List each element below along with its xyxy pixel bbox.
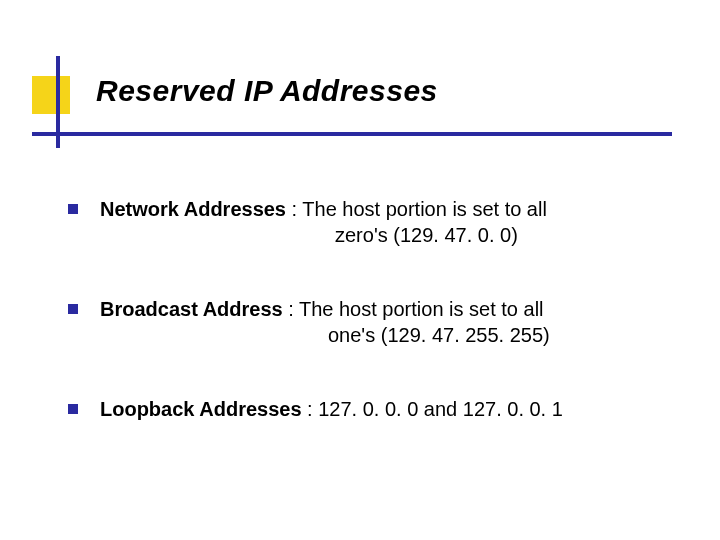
slide-title: Reserved IP Addresses (96, 74, 438, 108)
slide-title-block: Reserved IP Addresses (32, 56, 672, 156)
list-item-body: Loopback Addresses : 127. 0. 0. 0 and 12… (100, 396, 658, 422)
item-sep: : (283, 298, 299, 320)
list-item: Loopback Addresses : 127. 0. 0. 0 and 12… (68, 396, 658, 422)
item-def-line2: one's (129. 47. 255. 255) (100, 322, 658, 348)
item-term: Broadcast Address (100, 298, 283, 320)
item-term: Loopback Addresses (100, 398, 302, 420)
bullet-square-icon (68, 304, 78, 314)
item-def-line1: The host portion is set to all (302, 198, 547, 220)
list-item: Broadcast Address : The host portion is … (68, 296, 658, 348)
item-sep: : (302, 398, 319, 420)
list-item: Network Addresses : The host portion is … (68, 196, 658, 248)
item-def-line2: zero's (129. 47. 0. 0) (100, 222, 658, 248)
bullet-square-icon (68, 204, 78, 214)
list-item-body: Broadcast Address : The host portion is … (100, 296, 658, 348)
accent-blue-horizontal-line (32, 132, 672, 136)
slide-body: Network Addresses : The host portion is … (68, 196, 658, 422)
item-def-line1: The host portion is set to all (299, 298, 544, 320)
item-def-line1: 127. 0. 0. 0 and 127. 0. 0. 1 (318, 398, 563, 420)
item-term: Network Addresses (100, 198, 286, 220)
item-sep: : (286, 198, 302, 220)
accent-blue-vertical-line (56, 56, 60, 148)
accent-yellow-square (32, 76, 70, 114)
bullet-square-icon (68, 404, 78, 414)
list-item-body: Network Addresses : The host portion is … (100, 196, 658, 248)
